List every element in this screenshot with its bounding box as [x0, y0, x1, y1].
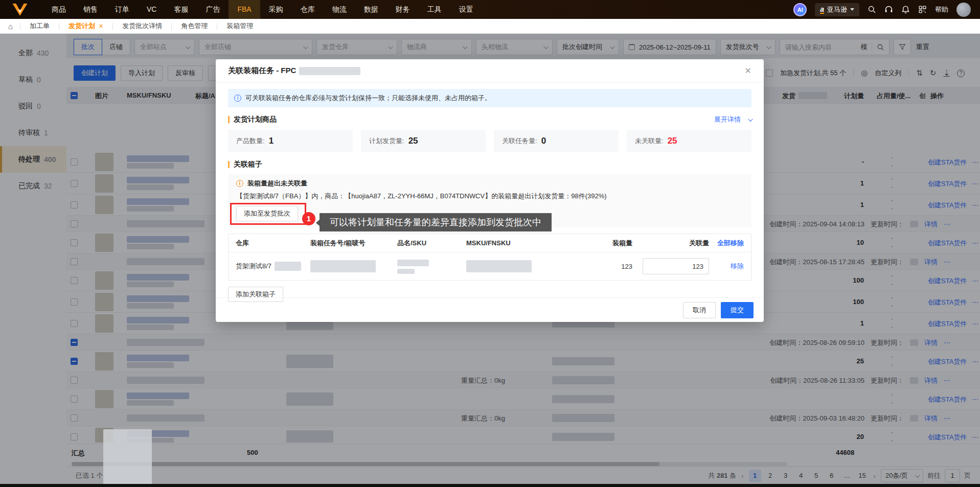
warning-title: 装箱量超出未关联量 [247, 179, 307, 188]
home-icon[interactable]: ⌂ [8, 22, 13, 31]
headset-icon[interactable] [884, 5, 893, 14]
redacted-region [103, 429, 152, 484]
modal-footer: 取消 提交 [216, 297, 764, 322]
section-products-title: 发货计划商品 [234, 115, 277, 124]
expand-details-link[interactable]: 展开详情 [714, 115, 751, 124]
modal-body: i 可关联装箱任务的仓库必须与发货计划保持一致；只能选择未使用、未占用的箱子。 … [216, 89, 764, 302]
apps-grid-icon[interactable] [918, 5, 927, 14]
annotation-tooltip: 可以将计划量和任务量的差异直接添加到发货批次中 [320, 213, 552, 231]
app-window: 商品销售订单VC客服广告FBA采购仓库物流数据财务工具设置 AI a 亚马逊 帮… [0, 0, 980, 487]
overpack-warning: i 装箱量超出未关联量 【货架测试8/7（FBA）】内，商品：【huojiaA8… [228, 174, 751, 227]
close-icon[interactable]: ✕ [99, 19, 103, 33]
main-menu: 商品销售订单VC客服广告FBA采购仓库物流数据财务工具设置 [43, 0, 482, 19]
search-icon[interactable] [868, 5, 876, 14]
nav-item-FBA[interactable]: FBA [229, 0, 260, 19]
modal-header: 关联装箱任务 - FPC ✕ [216, 59, 764, 83]
amazon-icon: a [820, 6, 824, 14]
notification-bell-icon[interactable] [901, 5, 910, 14]
plan-stats: 产品数量:1 计划发货量:25 关联任务量:0 未关联量:25 [228, 130, 751, 152]
box-table-row: 货架测试8/7 123 移除 [229, 252, 751, 280]
link-qty-input[interactable] [643, 258, 709, 274]
info-icon: i [234, 95, 241, 102]
open-tabs: 加工单发货计划✕发货批次详情角色管理装箱管理 [20, 19, 262, 33]
stat-linked-qty: 关联任务量:0 [494, 130, 619, 152]
annotated-button-wrap: 添加至发货批次 1 可以将计划量和任务量的差异直接添加到发货批次中 [236, 206, 298, 221]
info-alert-text: 可关联装箱任务的仓库必须与发货计划保持一致；只能选择未使用、未占用的箱子。 [245, 94, 491, 103]
redacted-batch-code [299, 67, 360, 75]
col-task-no: 装箱任务号/箱唛号 [310, 239, 397, 248]
pack-qty-value: 123 [584, 263, 632, 270]
section-marker [228, 161, 230, 168]
modal-title: 关联装箱任务 - FPC [228, 66, 296, 76]
stat-product-count: 产品数量:1 [228, 130, 353, 152]
nav-item-仓库[interactable]: 仓库 [292, 0, 324, 19]
user-avatar[interactable] [956, 3, 971, 17]
tab-角色管理[interactable]: 角色管理 [172, 19, 217, 33]
remove-all-link[interactable]: 全部移除 [717, 239, 744, 247]
chevron-down-icon [748, 117, 753, 122]
col-warehouse: 仓库 [229, 239, 310, 248]
top-navigation: 商品销售订单VC客服广告FBA采购仓库物流数据财务工具设置 AI a 亚马逊 帮… [0, 0, 980, 19]
nav-item-财务[interactable]: 财务 [387, 0, 419, 19]
close-icon[interactable]: ✕ [745, 66, 751, 76]
submit-button[interactable]: 提交 [721, 302, 754, 318]
tab-加工单[interactable]: 加工单 [20, 19, 59, 33]
brand-fox-logo [11, 3, 29, 17]
marketplace-selector[interactable]: a 亚马逊 [815, 3, 859, 16]
marketplace-label: 亚马逊 [827, 5, 847, 14]
nav-item-数据[interactable]: 数据 [355, 0, 387, 19]
warning-icon: i [236, 180, 243, 187]
nav-item-商品[interactable]: 商品 [43, 0, 75, 19]
redacted-text [275, 262, 301, 271]
cancel-button[interactable]: 取消 [683, 302, 716, 318]
tab-发货批次详情[interactable]: 发货批次详情 [113, 19, 171, 33]
nav-item-采购[interactable]: 采购 [260, 0, 292, 19]
ai-assistant-button[interactable]: AI [793, 3, 807, 16]
chevron-down-icon [850, 8, 854, 11]
tab-装箱管理[interactable]: 装箱管理 [217, 19, 262, 33]
nav-item-广告[interactable]: 广告 [197, 0, 229, 19]
page-tabbar: ⌂ 加工单发货计划✕发货批次详情角色管理装箱管理 [0, 19, 980, 34]
remove-link[interactable]: 移除 [731, 262, 744, 270]
redacted-sku [397, 269, 415, 274]
topnav-right-cluster: AI a 亚马逊 帮助 [793, 3, 980, 17]
nav-item-设置[interactable]: 设置 [450, 0, 482, 19]
nav-item-工具[interactable]: 工具 [419, 0, 450, 19]
warning-text: 【货架测试8/7（FBA）】内，商品：【huojiaA87，ZL-2YYH-66… [236, 192, 743, 201]
info-alert: i 可关联装箱任务的仓库必须与发货计划保持一致；只能选择未使用、未占用的箱子。 [228, 89, 751, 107]
nav-item-销售[interactable]: 销售 [75, 0, 106, 19]
add-to-batch-button[interactable]: 添加至发货批次 [236, 206, 298, 221]
tab-发货计划[interactable]: 发货计划✕ [59, 19, 112, 33]
col-msku-fnsku: MSKU/FNSKU [466, 239, 584, 247]
section-boxes-title: 关联箱子 [234, 160, 262, 169]
box-table-header: 仓库 装箱任务号/箱唛号 品名/SKU MSKU/FNSKU 装箱量 关联量 全… [229, 234, 751, 252]
nav-item-订单[interactable]: 订单 [106, 0, 138, 19]
linked-box-table: 仓库 装箱任务号/箱唛号 品名/SKU MSKU/FNSKU 装箱量 关联量 全… [228, 234, 751, 281]
section-marker [228, 116, 230, 123]
warehouse-name: 货架测试8/7 [236, 262, 271, 271]
col-link-qty: 关联量 [632, 239, 709, 248]
nav-item-物流[interactable]: 物流 [324, 0, 355, 19]
help-link[interactable]: 帮助 [935, 5, 948, 14]
link-packing-task-modal: 关联装箱任务 - FPC ✕ i 可关联装箱任务的仓库必须与发货计划保持一致；只… [216, 59, 764, 322]
section-boxes-header: 关联箱子 [228, 160, 751, 169]
nav-item-客服[interactable]: 客服 [165, 0, 197, 19]
col-product-sku: 品名/SKU [397, 239, 466, 248]
bottom-strip [0, 484, 980, 487]
annotation-step-badge: 1 [302, 212, 315, 225]
redacted-name [397, 260, 429, 266]
col-pack-qty: 装箱量 [584, 239, 632, 248]
redacted-msku [466, 260, 532, 272]
stat-planned-qty: 计划发货量:25 [361, 130, 486, 152]
section-products-header: 发货计划商品 展开详情 [228, 115, 751, 124]
nav-item-VC[interactable]: VC [138, 0, 165, 19]
redacted-task-no [310, 260, 376, 272]
stat-unlinked-qty: 未关联量:25 [627, 130, 751, 152]
